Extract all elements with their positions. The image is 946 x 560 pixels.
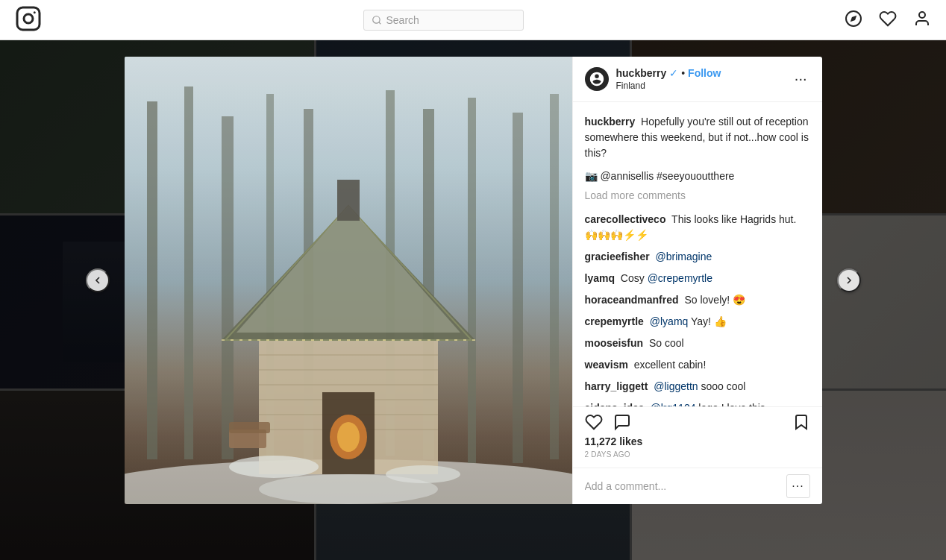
photo-credit: 📷 @annisellis #seeyououtthere bbox=[585, 170, 810, 182]
svg-point-1 bbox=[24, 14, 33, 23]
likes-count: 11,272 likes bbox=[585, 435, 810, 447]
search-placeholder: Search bbox=[386, 14, 419, 26]
comment-row: crepemyrtle @lyamq Yay! 👍 bbox=[585, 314, 810, 330]
comment-button[interactable] bbox=[613, 413, 631, 431]
svg-rect-40 bbox=[125, 57, 572, 504]
svg-point-2 bbox=[34, 11, 36, 13]
post-header-info: huckberry ✓ • Follow Finland bbox=[616, 67, 784, 91]
post-panel: huckberry ✓ • Follow Finland ··· huckber… bbox=[572, 57, 822, 504]
post-modal: huckberry ✓ • Follow Finland ··· huckber… bbox=[125, 57, 822, 504]
modal-overlay[interactable]: huckberry ✓ • Follow Finland ··· huckber… bbox=[0, 0, 946, 560]
comment-input[interactable] bbox=[585, 480, 779, 492]
comment-row: mooseisfun So cool bbox=[585, 336, 810, 351]
post-caption: huckberry Hopefully you're still out of … bbox=[585, 114, 810, 161]
svg-marker-6 bbox=[851, 16, 856, 22]
comment-row: harry_liggett @liggettn sooo cool bbox=[585, 379, 810, 394]
comments-section: huckberry Hopefully you're still out of … bbox=[573, 102, 822, 406]
comment-row: gracieefisher @brimagine bbox=[585, 249, 810, 265]
comment-row: weavism excellent cabin! bbox=[585, 357, 810, 373]
heart-icon[interactable] bbox=[879, 10, 897, 30]
verified-badge: ✓ bbox=[669, 67, 678, 79]
nav-icons bbox=[845, 10, 931, 30]
follow-button[interactable]: Follow bbox=[688, 67, 721, 79]
avatar[interactable] bbox=[585, 67, 609, 91]
comment-row: horaceandmanfred So lovely! 😍 bbox=[585, 292, 810, 308]
prev-button[interactable] bbox=[86, 268, 110, 292]
svg-line-4 bbox=[378, 22, 380, 24]
profile-icon[interactable] bbox=[913, 10, 931, 30]
bookmark-button[interactable] bbox=[792, 413, 810, 431]
caption-username[interactable]: huckberry bbox=[585, 116, 636, 128]
svg-rect-0 bbox=[17, 7, 40, 30]
post-username[interactable]: huckberry bbox=[616, 67, 667, 79]
comment-row: aidans_idea @lrg1124 lego I love this bbox=[585, 400, 810, 406]
post-timestamp: 2 DAYS AGO bbox=[585, 450, 810, 459]
post-image bbox=[125, 57, 572, 504]
next-button[interactable] bbox=[837, 268, 861, 292]
post-header: huckberry ✓ • Follow Finland ··· bbox=[573, 57, 822, 102]
more-options-button[interactable]: ··· bbox=[792, 70, 810, 87]
emoji-button[interactable]: ··· bbox=[786, 474, 810, 498]
comment-input-row: ··· bbox=[573, 468, 822, 504]
explore-icon[interactable] bbox=[845, 10, 862, 30]
navbar: Search bbox=[0, 0, 946, 40]
svg-point-7 bbox=[919, 12, 925, 18]
actions-bar: 11,272 likes 2 DAYS AGO bbox=[573, 406, 822, 468]
instagram-logo[interactable] bbox=[15, 5, 42, 35]
comment-row: carecollectiveco This looks like Hagrids… bbox=[585, 212, 810, 243]
like-button[interactable] bbox=[585, 413, 603, 431]
post-location[interactable]: Finland bbox=[616, 81, 784, 91]
load-more-comments[interactable]: Load more comments bbox=[585, 189, 810, 201]
search-bar[interactable]: Search bbox=[363, 10, 524, 31]
svg-point-3 bbox=[372, 16, 379, 22]
comment-row: lyamq Cosy @crepemyrtle bbox=[585, 271, 810, 286]
